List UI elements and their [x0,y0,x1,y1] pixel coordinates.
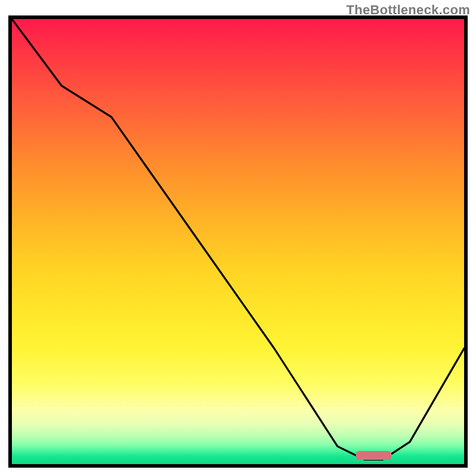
plot-area [8,15,468,468]
chart-container: TheBottleneck.com [0,0,476,476]
curve-path [12,19,464,460]
optimum-marker [356,451,392,460]
curve-svg [12,19,464,464]
